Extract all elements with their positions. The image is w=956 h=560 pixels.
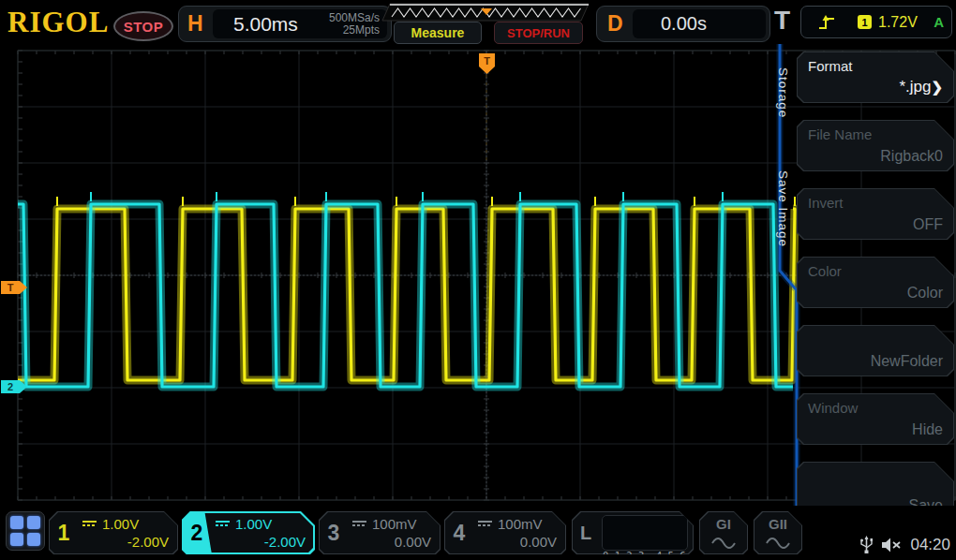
horizontal-values: 5.00ms 500MSa/s 25Mpts [213,9,387,38]
run-state-badge: STOP [113,11,173,41]
memory-depth: 25Mpts [343,23,380,37]
ch4-scale: 100mV [498,516,543,532]
dc-coupling-icon [478,521,492,526]
dc-coupling-icon [352,521,366,526]
svg-text:2: 2 [7,381,13,392]
sine-wave-icon [766,537,790,549]
delay-values: 0.00s [633,9,766,38]
delay-value: 0.00s [661,13,707,35]
top-bar: RIGOL STOP H 5.00ms 500MSa/s 25Mpts Meas… [0,0,956,44]
horizontal-box[interactable]: H 5.00ms 500MSa/s 25Mpts [178,6,392,42]
speaker-muted-icon [881,537,902,553]
chevron-right-icon: ❯ [931,79,943,95]
generator-1-box[interactable]: GI [699,511,748,554]
gen1-label: GI [699,516,748,532]
gen2-label: GII [754,516,802,532]
horizontal-label: H [187,11,203,37]
usb-icon [860,536,873,554]
clock: 04:20 [910,536,950,554]
sine-wave-icon [711,537,736,549]
stop-run-button[interactable]: STOP/RUN [494,22,583,44]
delay-label: D [607,11,623,37]
trigger-source-badge: 1 [858,15,872,29]
dc-coupling-icon [216,521,230,526]
ch2-scale: 1.00V [235,516,272,532]
acquisition-rates: 500MSa/s 25Mpts [329,12,380,37]
trigger-level-value: 1.72V [878,14,918,31]
oscilloscope-screen: RIGOL STOP H 5.00ms 500MSa/s 25Mpts Meas… [0,0,956,560]
menu-item-invert[interactable]: Invert OFF [797,188,954,240]
svg-text:T: T [7,282,14,293]
menu-item-file-name[interactable]: File Name Rigback0 [797,120,954,171]
rigol-logo: RIGOL [7,6,109,39]
rising-edge-icon [818,15,837,30]
menu-title-save-image: Save Image [776,170,790,247]
ch1-offset: -2.00V [82,533,169,552]
channel-1-box[interactable]: 1 1.00V -2.00V [49,511,178,554]
menu-item-format[interactable]: Format *.jpg❯ [797,52,954,103]
channel-3-box[interactable]: 3 100mV 0.00V [319,511,441,554]
menu-item-color[interactable]: Color Color [797,257,954,308]
menu-item-new-folder[interactable]: NewFolder [797,325,954,376]
bottom-bar: 1 1.00V -2.00V 2 1.00V -2.00V 3 100mV [0,506,956,560]
menu-title-storage: Storage [776,67,790,118]
function-menu-icon[interactable] [6,511,45,551]
trigger-sweep-mode: A [934,14,944,30]
trigger-box[interactable]: T 1 1.72V A [772,2,954,42]
waveform-memory-preview[interactable] [381,3,590,22]
dc-coupling-icon [82,521,97,526]
trigger-values: 1 1.72V A [800,6,952,38]
ch2-offset: -2.00V [216,533,306,552]
storage-menu: Storage Save Image Format *.jpg❯ File Na… [772,41,956,528]
timebase-value: 5.00ms [233,13,298,36]
ch4-offset: 0.00V [478,533,557,552]
measure-button[interactable]: Measure [394,22,482,44]
logic-channels-box[interactable]: L 0 1 2 3 4 5 6 7 8 9 1011 12131415 [572,511,694,554]
channel-4-box[interactable]: 4 100mV 0.00V [444,511,566,554]
logic-label: L [572,511,600,554]
generator-2-box[interactable]: GII [754,511,802,554]
sample-rate: 500MSa/s [329,11,380,24]
ch1-scale: 1.00V [102,516,139,532]
trigger-label: T [774,6,790,36]
ch3-offset: 0.00V [352,533,431,552]
svg-text:T: T [484,55,490,66]
status-tray: 04:20 [860,536,950,554]
menu-item-window[interactable]: Window Hide [797,393,954,445]
channel-2-box[interactable]: 2 1.00V -2.00V [182,511,315,554]
ch3-scale: 100mV [372,516,417,532]
delay-box[interactable]: D 0.00s [596,6,770,42]
logic-row-1: 0 1 2 3 4 5 6 7 [603,548,687,560]
